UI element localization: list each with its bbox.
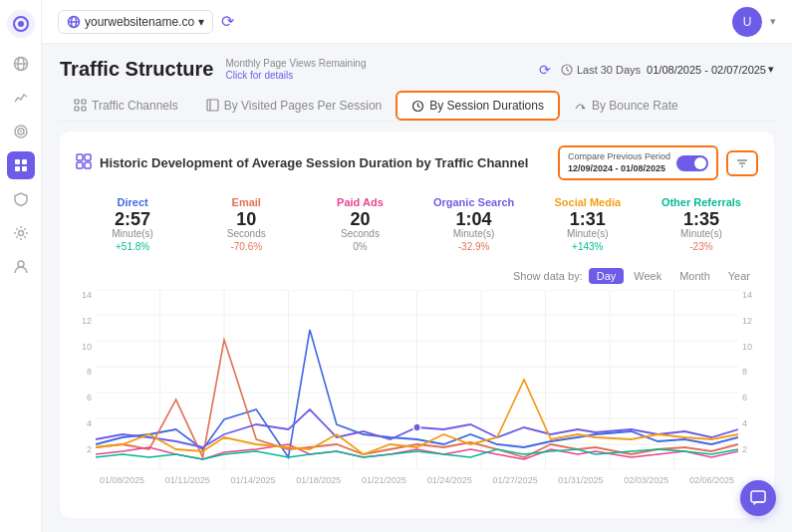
svg-rect-22 <box>207 100 218 111</box>
data-time-row: Show data by: DayWeekMonthYear <box>76 268 758 284</box>
svg-rect-18 <box>75 100 79 104</box>
metrics-row: Direct 2:57 Minute(s) +51.8% Email 10 Se… <box>76 192 758 256</box>
avatar-chevron[interactable]: ▾ <box>770 15 776 28</box>
metric-direct: Direct 2:57 Minute(s) +51.8% <box>76 192 189 256</box>
metric-other-referrals: Other Referrals 1:35 Minute(s) -23% <box>645 192 758 256</box>
filter-button[interactable] <box>726 150 758 176</box>
topbar-left: yourwebsitename.co ▾ ⟳ <box>58 10 234 34</box>
topbar: yourwebsitename.co ▾ ⟳ U ▾ <box>42 0 792 44</box>
svg-rect-27 <box>77 162 83 168</box>
x-axis-label: 01/08/2025 <box>100 475 144 485</box>
svg-rect-25 <box>77 154 83 160</box>
svg-rect-9 <box>22 159 27 164</box>
tab-visited-pages[interactable]: By Visited Pages Per Session <box>192 93 396 121</box>
sidebar-item-user[interactable] <box>7 253 35 281</box>
svg-rect-28 <box>85 162 91 168</box>
svg-rect-21 <box>82 107 86 111</box>
svg-point-12 <box>18 231 23 236</box>
time-buttons: DayWeekMonthYear <box>589 268 758 284</box>
sidebar-item-analytics[interactable] <box>7 84 35 112</box>
compare-label: Compare Previous Period 12/09/2024 - 01/… <box>568 151 670 174</box>
svg-rect-26 <box>85 154 91 160</box>
x-axis-label: 01/14/2025 <box>231 475 276 485</box>
y-axis-right-label: 2 <box>742 444 754 454</box>
y-axis-label: 8 <box>80 367 92 377</box>
svg-rect-19 <box>82 100 86 104</box>
y-axis-right-label: 8 <box>742 367 754 377</box>
svg-rect-10 <box>15 166 20 171</box>
y-axis-right-label: 14 <box>742 290 754 300</box>
date-range-label: Last 30 Days <box>561 64 641 76</box>
sidebar-item-globe[interactable] <box>7 50 35 78</box>
chart-area <box>96 290 738 473</box>
page-header-right: ⟳ Last 30 Days 01/08/2025 - 02/07/2025 ▾ <box>539 62 774 78</box>
data-time-label: Show data by: <box>513 270 583 282</box>
site-name: yourwebsitename.co <box>85 15 194 29</box>
svg-rect-50 <box>751 491 765 502</box>
tab-traffic-channels[interactable]: Traffic Channels <box>60 93 192 121</box>
metric-organic-search: Organic Search 1:04 Minute(s) -32.9% <box>417 192 531 256</box>
card-controls: Compare Previous Period 12/09/2024 - 01/… <box>558 145 758 180</box>
monthly-views-link[interactable]: Click for details <box>225 70 366 81</box>
sidebar <box>0 0 42 532</box>
time-btn-week[interactable]: Week <box>626 268 669 284</box>
tab-bounce-rate[interactable]: By Bounce Rate <box>560 93 692 121</box>
svg-rect-20 <box>75 107 79 111</box>
tab-bar: Traffic Channels By Visited Pages Per Se… <box>60 91 774 122</box>
page-header: Traffic Structure Monthly Page Views Rem… <box>60 58 774 81</box>
main-content: yourwebsitename.co ▾ ⟳ U ▾ Traffic Struc… <box>42 0 792 532</box>
svg-point-49 <box>413 423 420 431</box>
svg-point-13 <box>18 261 24 267</box>
sidebar-logo[interactable] <box>7 10 35 38</box>
x-axis-label: 01/24/2025 <box>427 475 472 485</box>
time-btn-year[interactable]: Year <box>720 268 758 284</box>
x-axis-labels: 01/08/202501/11/202501/14/202501/18/2025… <box>96 473 738 485</box>
card-title: Historic Development of Average Session … <box>100 155 528 170</box>
x-axis-label: 01/21/2025 <box>362 475 406 485</box>
date-range-dropdown[interactable]: 01/08/2025 - 02/07/2025 ▾ <box>647 63 774 76</box>
y-axis-right-label: 4 <box>742 418 754 428</box>
page-title-area: Traffic Structure Monthly Page Views Rem… <box>60 58 367 81</box>
x-axis-label: 02/06/2025 <box>689 475 734 485</box>
y-axis-right: 1412108642 <box>738 290 758 469</box>
compare-toggle[interactable] <box>676 155 708 171</box>
time-btn-day[interactable]: Day <box>589 268 625 284</box>
chart-svg <box>96 290 738 469</box>
sidebar-item-shield[interactable] <box>7 185 35 213</box>
main-card: Historic Development of Average Session … <box>60 132 774 518</box>
y-axis-right-label: 6 <box>742 393 754 402</box>
metric-email: Email 10 Seconds -70.6% <box>189 192 303 256</box>
y-axis-label: 4 <box>80 418 92 428</box>
tab-session-durations[interactable]: By Session Durations <box>396 91 560 121</box>
svg-point-7 <box>20 131 22 133</box>
sidebar-item-structure[interactable] <box>7 151 35 179</box>
date-range: Last 30 Days 01/08/2025 - 02/07/2025 ▾ <box>561 63 774 76</box>
card-header: Historic Development of Average Session … <box>76 145 758 180</box>
svg-rect-11 <box>22 166 27 171</box>
y-axis-label: 10 <box>80 342 92 352</box>
svg-point-1 <box>18 21 24 27</box>
avatar[interactable]: U <box>732 7 762 37</box>
compare-period-control: Compare Previous Period 12/09/2024 - 01/… <box>558 145 718 180</box>
page-refresh-button[interactable]: ⟳ <box>539 62 551 78</box>
topbar-refresh-button[interactable]: ⟳ <box>221 12 234 31</box>
card-icon <box>76 153 92 172</box>
sidebar-item-target[interactable] <box>7 118 35 145</box>
y-axis: 1412108642 <box>76 290 96 469</box>
x-axis-label: 01/18/2025 <box>296 475 341 485</box>
x-axis-label: 01/31/2025 <box>558 475 603 485</box>
y-axis-label: 6 <box>80 393 92 402</box>
time-btn-month[interactable]: Month <box>671 268 718 284</box>
y-axis-label: 2 <box>80 444 92 454</box>
page-title: Traffic Structure <box>60 58 213 81</box>
monthly-views-label: Monthly Page Views Remaining <box>225 58 366 69</box>
topbar-right: U ▾ <box>732 7 776 37</box>
chat-button[interactable] <box>740 480 776 516</box>
card-title-area: Historic Development of Average Session … <box>76 153 528 172</box>
x-axis-label: 01/11/2025 <box>165 475 210 485</box>
monthly-views: Monthly Page Views Remaining Click for d… <box>225 58 366 81</box>
y-axis-right-label: 10 <box>742 342 754 352</box>
y-axis-label: 14 <box>80 290 92 300</box>
sidebar-item-settings[interactable] <box>7 219 35 247</box>
site-selector[interactable]: yourwebsitename.co ▾ <box>58 10 213 34</box>
